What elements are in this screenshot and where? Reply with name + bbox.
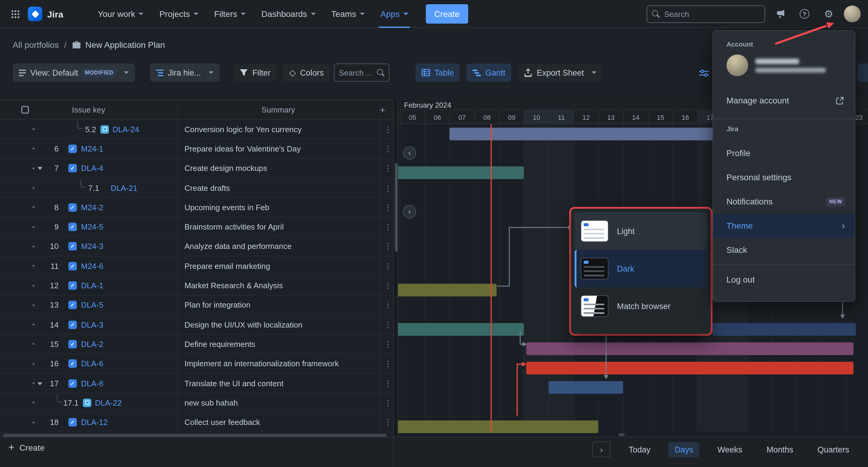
row-actions-button[interactable]: ⋮ bbox=[382, 260, 394, 272]
hierarchy-selector-button[interactable]: Jira hie... bbox=[150, 64, 220, 82]
app-switcher-button[interactable] bbox=[6, 5, 24, 23]
announcements-button[interactable] bbox=[771, 5, 789, 23]
row-actions-button[interactable]: ⋮ bbox=[382, 416, 394, 428]
filter-button[interactable]: Filter bbox=[234, 64, 277, 82]
row-actions-button[interactable]: ⋮ bbox=[382, 182, 394, 194]
issue-row[interactable]: 8✓M24-2Upcoming events in Feb⋮ bbox=[0, 198, 394, 217]
expand-timeline-button[interactable]: › bbox=[592, 442, 611, 457]
issue-key-link[interactable]: M24-1 bbox=[81, 144, 103, 153]
menu-item-manage-account[interactable]: Manage account bbox=[713, 88, 855, 113]
zoom-days[interactable]: Days bbox=[669, 442, 700, 457]
zoom-months[interactable]: Months bbox=[760, 442, 799, 457]
nav-item-projects[interactable]: Projects bbox=[152, 0, 206, 28]
issue-row[interactable]: 17.1DLA-22new sub hahah⋮ bbox=[0, 393, 394, 413]
settings-button[interactable]: ⚙ bbox=[819, 5, 838, 23]
theme-option-dark[interactable]: Dark bbox=[575, 250, 707, 287]
issue-row[interactable]: 7.1DLA-21Create drafts⋮ bbox=[0, 179, 394, 198]
issue-key-link[interactable]: DLA-3 bbox=[81, 320, 103, 329]
issue-row[interactable]: 14✓DLA-3Design the UI/UX with localizati… bbox=[0, 315, 394, 335]
horizontal-scrollbar[interactable] bbox=[3, 434, 386, 437]
nav-item-filters[interactable]: Filters bbox=[206, 0, 253, 28]
issue-key-link[interactable]: M24-3 bbox=[81, 242, 103, 251]
row-actions-button[interactable]: ⋮ bbox=[382, 123, 394, 135]
issue-key-link[interactable]: M24-5 bbox=[81, 222, 103, 231]
menu-item-log-out[interactable]: Log out bbox=[713, 268, 855, 291]
row-actions-button[interactable]: ⋮ bbox=[382, 338, 394, 350]
global-search-input[interactable] bbox=[664, 9, 755, 19]
today-button[interactable]: Today bbox=[623, 442, 657, 457]
issue-key-link[interactable]: DLA-2 bbox=[81, 340, 103, 349]
issue-key-link[interactable]: DLA-8 bbox=[81, 379, 103, 388]
view-settings-button[interactable]: View: Default MODIFIED bbox=[13, 64, 134, 82]
export-sheet-button[interactable]: Export Sheet bbox=[518, 64, 603, 82]
issue-key-link[interactable]: M24-2 bbox=[81, 203, 103, 212]
nav-item-apps[interactable]: Apps bbox=[373, 0, 416, 28]
issue-row[interactable]: 11✓M24-6Prepare email marketing⋮ bbox=[0, 256, 394, 276]
gantt-bar-dla-3[interactable] bbox=[398, 323, 524, 336]
vertical-scrollbar[interactable] bbox=[395, 163, 397, 252]
issue-row[interactable]: 18✓DLA-12Collect user feedback⋮ bbox=[0, 413, 394, 433]
gantt-bar-dla-6[interactable] bbox=[526, 362, 854, 374]
row-actions-button[interactable]: ⋮ bbox=[382, 397, 394, 409]
issue-key-link[interactable]: DLA-1 bbox=[81, 281, 103, 290]
issue-key-link[interactable]: DLA-12 bbox=[81, 418, 108, 427]
menu-item-theme[interactable]: Theme› bbox=[713, 214, 855, 238]
nav-item-teams[interactable]: Teams bbox=[323, 0, 372, 28]
issue-key-link[interactable]: DLA-4 bbox=[81, 164, 103, 173]
gantt-horizontal-scrollbar[interactable] bbox=[619, 433, 625, 436]
zoom-weeks[interactable]: Weeks bbox=[711, 442, 748, 457]
issue-row[interactable]: 10✓M24-3Analyze data and performance⋮ bbox=[0, 237, 394, 257]
menu-item-profile[interactable]: Profile bbox=[713, 141, 855, 165]
issue-row[interactable]: 17✓DLA-8Translate the UI and content⋮ bbox=[0, 374, 394, 394]
row-actions-button[interactable]: ⋮ bbox=[382, 319, 394, 330]
footer-create-button[interactable]: + Create bbox=[8, 442, 45, 453]
menu-item-notifications[interactable]: NotificationsNEW bbox=[713, 189, 855, 214]
menu-item-personal-settings[interactable]: Personal settings bbox=[713, 165, 855, 189]
issue-row[interactable]: 7✓DLA-4Create design mockups⋮ bbox=[0, 159, 394, 179]
issue-key-link[interactable]: M24-6 bbox=[81, 261, 103, 271]
issue-row[interactable]: 15✓DLA-2Define requirements⋮ bbox=[0, 335, 394, 354]
issue-row[interactable]: 12✓DLA-1Market Research & Analysis⋮ bbox=[0, 276, 394, 296]
row-actions-button[interactable]: ⋮ bbox=[382, 221, 394, 232]
gantt-view-button[interactable]: Gantt bbox=[467, 64, 512, 82]
issue-row[interactable]: 9✓M24-5Brainstorm activities for April⋮ bbox=[0, 217, 394, 237]
issue-row[interactable]: 6✓M24-1Prepare ideas for Valentine's Day… bbox=[0, 139, 394, 159]
row-actions-button[interactable]: ⋮ bbox=[382, 300, 394, 311]
add-column-button[interactable]: + bbox=[380, 100, 385, 120]
issue-key-link[interactable]: DLA-6 bbox=[81, 359, 103, 368]
breadcrumb-all-portfolios-link[interactable]: All portfolios bbox=[13, 40, 59, 50]
zoom-quarters[interactable]: Quarters bbox=[811, 442, 855, 457]
theme-option-match[interactable]: Match browser bbox=[575, 287, 707, 325]
issue-row[interactable]: 13✓DLA-5Plan for integration⋮ bbox=[0, 295, 394, 315]
clipped-toolbar-button[interactable] bbox=[857, 64, 868, 82]
theme-option-light[interactable]: Light bbox=[575, 212, 707, 250]
issue-key-link[interactable]: DLA-24 bbox=[113, 125, 139, 134]
user-avatar[interactable] bbox=[844, 5, 861, 22]
nav-item-dashboards[interactable]: Dashboards bbox=[253, 0, 323, 28]
issue-key-link[interactable]: DLA-5 bbox=[81, 301, 103, 310]
help-button[interactable]: ? bbox=[796, 5, 813, 23]
issue-row[interactable]: 16✓DLA-6Implement an internationalizatio… bbox=[0, 354, 394, 374]
row-actions-button[interactable]: ⋮ bbox=[382, 241, 394, 252]
table-view-button[interactable]: Table bbox=[415, 64, 460, 82]
gantt-bar-dla-1[interactable] bbox=[398, 284, 497, 297]
row-actions-button[interactable]: ⋮ bbox=[382, 377, 394, 389]
issue-key-link[interactable]: DLA-21 bbox=[111, 183, 137, 192]
issue-key-link[interactable]: DLA-22 bbox=[95, 398, 122, 407]
gantt-bar-dla-8[interactable] bbox=[549, 381, 623, 394]
fields-settings-button[interactable] bbox=[695, 65, 712, 81]
issue-search-input[interactable] bbox=[339, 68, 374, 77]
global-search[interactable] bbox=[647, 5, 765, 23]
create-button[interactable]: Create bbox=[426, 4, 468, 24]
menu-item-slack[interactable]: Slack bbox=[713, 238, 855, 262]
gantt-bar-dla-12[interactable] bbox=[398, 421, 598, 433]
row-actions-button[interactable]: ⋮ bbox=[382, 143, 394, 155]
gantt-bar-dla-4[interactable] bbox=[398, 166, 524, 179]
row-actions-button[interactable]: ⋮ bbox=[382, 202, 394, 213]
colors-button[interactable]: ◇ Colors bbox=[283, 64, 330, 82]
row-actions-button[interactable]: ⋮ bbox=[382, 162, 394, 174]
gantt-bar-dla-2[interactable] bbox=[526, 342, 854, 355]
issue-row[interactable]: 5.2DLA-24Conversion logic for Yen curren… bbox=[0, 120, 394, 139]
jira-home-link[interactable]: Jira bbox=[28, 7, 63, 21]
row-actions-button[interactable]: ⋮ bbox=[382, 358, 394, 369]
